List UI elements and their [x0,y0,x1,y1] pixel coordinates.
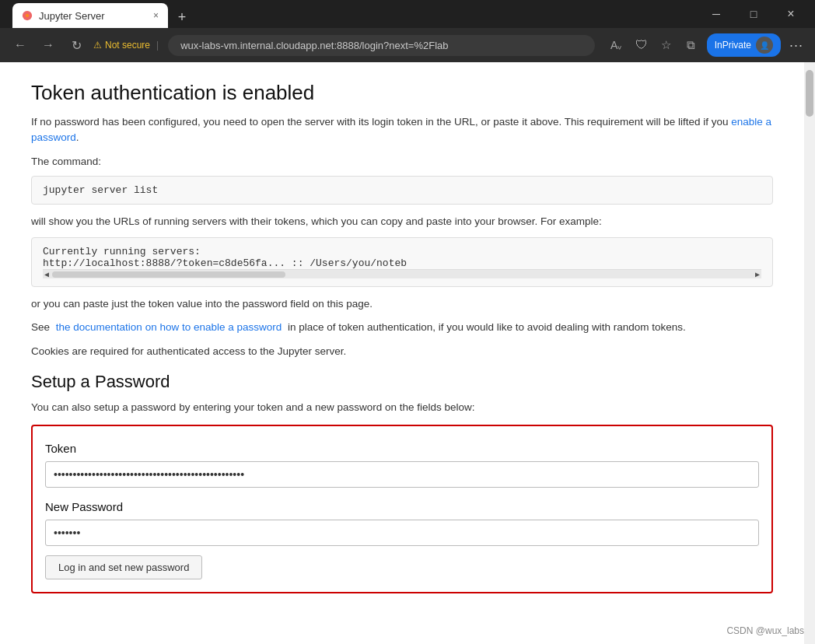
inprivate-label: InPrivate [715,40,751,51]
url-text: wux-labs-vm.internal.cloudapp.net:8888/l… [180,40,448,51]
page-title: Token authentication is enabled [31,81,773,105]
example-code-block: Currently running servers: http://localh… [31,237,773,287]
tab-favicon [22,10,33,21]
profile-avatar: 👤 [756,37,773,54]
more-button[interactable]: ··· [787,36,806,54]
forward-button[interactable]: → [37,34,59,56]
intro-paragraph: If no password has been configured, you … [31,114,773,146]
address-bar-input[interactable]: wux-labs-vm.internal.cloudapp.net:8888/l… [168,35,594,56]
scrollbar-thumb[interactable] [806,70,813,117]
scroll-thumb[interactable] [52,271,285,278]
minimize-button[interactable]: ─ [698,2,734,26]
new-tab-button[interactable]: + [171,6,193,28]
collections-icon[interactable]: ⧉ [682,36,701,54]
tab-title: Jupyter Server [39,10,147,22]
browser-guard-icon[interactable]: 🛡 [632,36,651,54]
tab-close-button[interactable]: × [153,10,159,21]
command-code-block: jupyter server list [31,176,773,205]
browser-tab[interactable]: Jupyter Server × [12,3,168,28]
back-button[interactable]: ← [9,34,31,56]
horizontal-scrollbar[interactable]: ◀ ▶ [43,269,761,278]
command-label: The command: [31,154,773,170]
security-warning-icon: ⚠ [93,40,102,51]
token-label: Token [45,442,759,455]
main-content: Token authentication is enabled If no pa… [0,62,804,644]
command-desc: will show you the URLs of running server… [31,214,773,229]
restore-button[interactable]: □ [736,2,771,26]
scroll-left-arrow[interactable]: ◀ [44,270,49,279]
refresh-button[interactable]: ↻ [65,34,87,56]
close-button[interactable]: × [773,2,809,26]
paste-desc: or you can paste just the token value in… [31,296,773,312]
setup-form: Token New Password Log in and set new pa… [31,425,773,593]
favorites-icon[interactable]: ☆ [657,36,676,54]
inprivate-button[interactable]: InPrivate 👤 [707,33,781,57]
setup-desc: You can also setup a password by enterin… [31,400,773,415]
read-aloud-icon[interactable]: Aᵥ [607,36,626,54]
vertical-scrollbar[interactable] [804,62,815,644]
doc-link-paragraph: See the documentation on how to enable a… [31,320,773,335]
separator: | [156,40,159,51]
new-password-input[interactable] [45,520,759,546]
security-warning-label: Not secure [105,40,150,51]
token-input[interactable] [45,461,759,488]
scroll-right-arrow[interactable]: ▶ [755,270,760,279]
documentation-link[interactable]: the documentation on how to enable a pas… [56,321,282,333]
submit-button[interactable]: Log in and set new password [45,555,202,579]
setup-section-title: Setup a Password [31,372,773,392]
watermark: CSDN @wux_labs [726,625,804,636]
cookies-notice: Cookies are required for authenticated a… [31,344,773,359]
password-label: New Password [45,500,759,513]
